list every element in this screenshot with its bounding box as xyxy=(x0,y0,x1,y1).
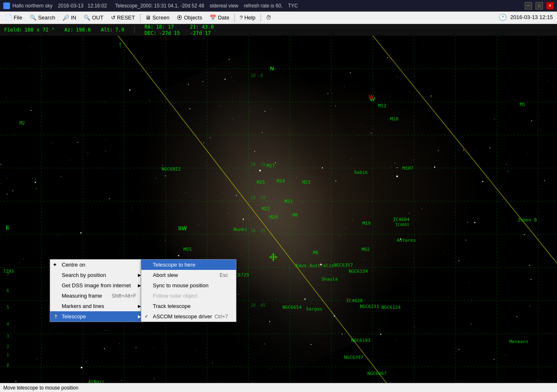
star xyxy=(340,236,340,236)
svg-text:5: 5 xyxy=(7,305,9,310)
menu-file[interactable]: 📄 File xyxy=(2,13,26,23)
date-icon: 📅 xyxy=(210,14,216,21)
star xyxy=(231,77,232,77)
menu-separator-1 xyxy=(140,14,140,22)
star xyxy=(213,95,213,95)
label-nunki: Nunki xyxy=(234,227,247,232)
svg-line-29 xyxy=(373,36,557,263)
star xyxy=(155,178,156,178)
minimize-button[interactable]: ─ xyxy=(525,2,532,10)
svg-text:4: 4 xyxy=(7,322,9,326)
label-shaula: Shaula xyxy=(321,277,338,282)
search-icon: 🔍 xyxy=(30,14,36,21)
svg-text:18 -20: 18 -20 xyxy=(251,195,265,200)
label-m8: M8 xyxy=(292,212,298,218)
star xyxy=(243,219,244,220)
header-date: 2016-03-13 12:15 xyxy=(510,14,553,20)
star xyxy=(304,298,306,300)
compass-sw: SW xyxy=(178,225,187,231)
ctx-track-telescope[interactable]: Track telescope xyxy=(141,301,236,311)
star xyxy=(7,194,7,195)
label-ngc6397: NGC6397 xyxy=(344,355,363,360)
menu-separator-2 xyxy=(234,14,235,22)
ctx-markers-lines[interactable]: Markers and lines ▶ xyxy=(50,301,145,311)
ctx-ascom-driver[interactable]: ✓ ASCOM telescope driver Ctrl+7 xyxy=(141,311,236,322)
label-ngc6231: NGC6231 xyxy=(360,304,379,309)
ctx-abort-shortcut: Esc xyxy=(219,272,228,278)
header-datetime: 🕐 2016-03-13 12:15 xyxy=(499,13,553,21)
telescope-submenu: Telescope to here Abort slew Esc Sync to… xyxy=(141,259,236,322)
close-button[interactable]: ✕ xyxy=(546,2,554,10)
star xyxy=(282,240,283,241)
ctx-centre-on[interactable]: ✦ Centre on xyxy=(50,260,145,270)
dec2-value: -27d 17 xyxy=(190,30,211,36)
ra-info: RA: 18: 17 xyxy=(145,24,180,30)
ctx-sync-to-mouse[interactable]: Sync to mouse position xyxy=(141,280,236,291)
star xyxy=(132,228,132,228)
star xyxy=(262,132,263,133)
menu-screen[interactable]: 🖥 Screen xyxy=(142,13,173,23)
window-controls: ─ □ ✕ xyxy=(525,2,554,10)
menu-objects[interactable]: ⦿ Objects xyxy=(173,13,206,23)
menu-reset[interactable]: ↺ RESET xyxy=(107,13,139,23)
star xyxy=(284,38,284,39)
ctx-get-dss-image[interactable]: Get DSS image from internet ▶ xyxy=(50,280,145,291)
label-ngc6067: NGC6067 xyxy=(367,371,386,376)
star xyxy=(195,351,195,352)
label-ngc6822: NGC6822 xyxy=(162,166,181,172)
menu-date[interactable]: 📅 Date xyxy=(206,13,233,23)
maximize-button[interactable]: □ xyxy=(535,2,543,10)
svg-text:18 -0: 18 -0 xyxy=(251,73,263,78)
field-label: Field: xyxy=(4,27,22,33)
star xyxy=(270,369,271,369)
label-m5: M5 xyxy=(520,102,525,107)
ctx-abort-slew[interactable]: Abort slew Esc xyxy=(141,270,236,280)
ctx-measuring-frame[interactable]: Measuring frame Shift+Alt+F xyxy=(50,291,145,301)
skymap[interactable]: 18 -15 18 -20 18 -25 18 -45 18 -0 7 6 5 … xyxy=(0,36,557,383)
menu-help[interactable]: ? Help xyxy=(236,13,259,23)
star xyxy=(197,124,198,125)
menu-search[interactable]: 🔍 Search xyxy=(26,13,59,23)
label-m25: M25 xyxy=(257,180,265,185)
star xyxy=(269,321,270,322)
dec-value: -27d 15 xyxy=(159,30,180,36)
menu-screen-label: Screen xyxy=(152,14,169,21)
menu-separator-3 xyxy=(260,14,261,22)
star xyxy=(81,367,82,368)
ra2-info: 21: 43.0 xyxy=(190,24,214,30)
label-m23: M23 xyxy=(302,180,311,185)
menu-out-label: OUT xyxy=(92,14,103,21)
label-m62: M62 xyxy=(362,247,370,252)
star xyxy=(177,125,177,125)
ctx-telescope-to-here[interactable]: Telescope to here xyxy=(141,260,236,270)
menu-in[interactable]: 🔎 IN xyxy=(59,13,80,23)
star xyxy=(350,72,351,73)
field-value: 108 x 72 ° xyxy=(24,27,54,33)
menu-clock[interactable]: ⏱ xyxy=(262,13,275,23)
screen-icon: 🖥 xyxy=(145,14,151,21)
star xyxy=(524,234,525,235)
star xyxy=(434,166,435,168)
ra-dec-left: RA: 18: 17 DEC: -27d 15 xyxy=(145,24,180,36)
ctx-search-by-position[interactable]: Search by position ▶ xyxy=(50,270,145,280)
menu-objects-label: Objects xyxy=(184,14,202,21)
star xyxy=(311,344,311,345)
svg-text:2: 2 xyxy=(7,344,9,349)
ctx-follow-solar: Follow solar object xyxy=(141,291,236,301)
menu-out[interactable]: 🔍 OUT xyxy=(80,13,107,23)
ra2-value: 21: 43.0 xyxy=(190,24,214,30)
svg-text:3: 3 xyxy=(7,334,9,339)
ctx-telescope[interactable]: 🔭 Telescope ▶ xyxy=(50,311,145,322)
menu-in-label: IN xyxy=(71,14,76,21)
svg-text:1: 1 xyxy=(7,353,9,357)
star xyxy=(154,378,154,379)
clock-icon: ⏱ xyxy=(266,14,271,21)
star xyxy=(151,72,152,73)
label-m6: M6 xyxy=(313,250,318,255)
star xyxy=(133,208,133,208)
label-ngc6193: NGC6193 xyxy=(351,338,370,343)
ctx-telescope-to-here-label: Telescope to here xyxy=(153,262,195,268)
star xyxy=(203,365,203,366)
star xyxy=(241,255,241,255)
label-m55: M55 xyxy=(183,247,192,252)
